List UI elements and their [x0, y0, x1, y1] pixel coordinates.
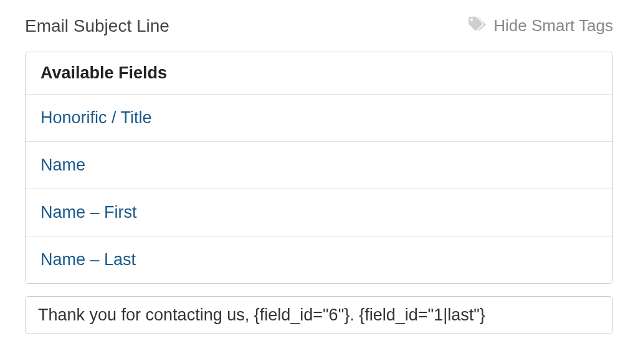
tag-icon [469, 15, 486, 37]
smart-tags-panel: Available Fields Honorific / Title Name … [25, 52, 613, 284]
smart-tags-heading: Available Fields [26, 52, 612, 94]
smart-tag-item[interactable]: Name [26, 141, 612, 189]
toggle-label: Hide Smart Tags [493, 16, 613, 35]
field-label: Email Subject Line [25, 16, 169, 36]
hide-smart-tags-toggle[interactable]: Hide Smart Tags [469, 15, 613, 37]
smart-tag-item[interactable]: Honorific / Title [26, 94, 612, 141]
smart-tag-item[interactable]: Name – First [26, 189, 612, 236]
field-header: Email Subject Line Hide Smart Tags [25, 15, 613, 37]
email-subject-input[interactable] [25, 296, 613, 334]
smart-tag-item[interactable]: Name – Last [26, 236, 612, 283]
